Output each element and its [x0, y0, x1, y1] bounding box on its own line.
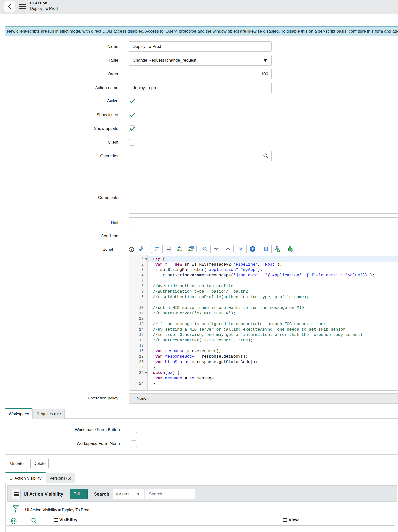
svg-text:ab: ab	[189, 246, 191, 249]
svg-text:?: ?	[130, 248, 132, 251]
svg-text:?: ?	[251, 247, 254, 251]
svg-text:ab: ab	[178, 246, 181, 249]
svg-text:ac: ac	[191, 249, 194, 252]
svg-text:ac: ac	[180, 249, 183, 252]
